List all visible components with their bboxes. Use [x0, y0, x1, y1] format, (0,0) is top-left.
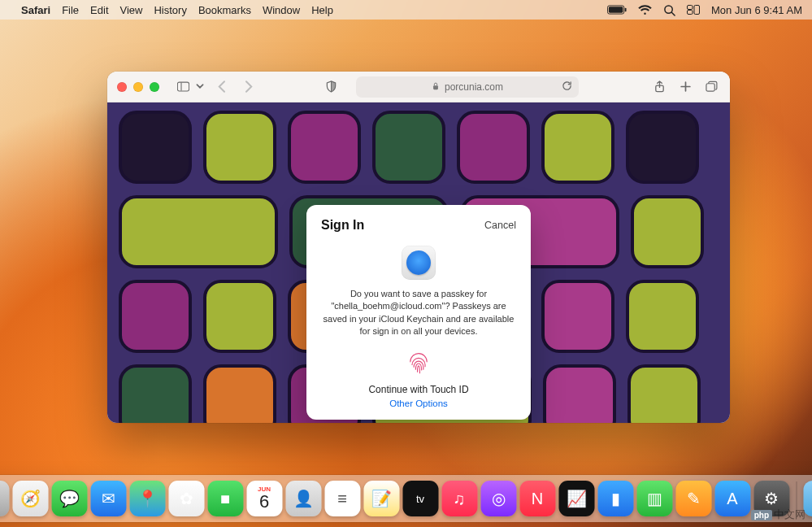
dock-app-launchpad[interactable]: ▦: [0, 481, 9, 516]
menu-history[interactable]: History: [154, 4, 186, 16]
dialog-message: Do you want to save a passkey for "chell…: [323, 288, 515, 338]
dock-app-maps[interactable]: 📍: [129, 481, 165, 516]
menubar-clock[interactable]: Mon Jun 6 9:41 AM: [711, 4, 802, 16]
dock-app-numbers[interactable]: ▥: [636, 481, 672, 516]
passkey-dialog: Sign In Cancel Do you want to save a pas…: [306, 205, 531, 420]
tab-group-chevron-icon[interactable]: [195, 78, 205, 96]
svg-rect-6: [694, 6, 700, 15]
dock-app-calendar[interactable]: JUN6: [246, 481, 282, 516]
other-options-link[interactable]: Other Options: [321, 399, 516, 408]
back-button[interactable]: [213, 78, 231, 96]
minimize-button[interactable]: [133, 82, 143, 92]
dock-app-news[interactable]: N: [519, 481, 555, 516]
wifi-icon[interactable]: [638, 5, 652, 15]
reload-icon[interactable]: [562, 81, 572, 94]
cancel-button[interactable]: Cancel: [484, 220, 516, 231]
svg-rect-7: [687, 11, 693, 15]
dock-app-keynote[interactable]: ▮: [597, 481, 633, 516]
fullscreen-button[interactable]: [150, 82, 159, 92]
page-content: Sign In Cancel Do you want to save a pas…: [107, 102, 730, 423]
dock-app-stocks[interactable]: 📈: [558, 481, 594, 516]
dock-app-music[interactable]: ♫: [441, 481, 477, 516]
dock-app-pages[interactable]: ✎: [675, 481, 711, 516]
dock-app-mail[interactable]: ✉: [90, 481, 126, 516]
svg-rect-10: [433, 85, 438, 89]
menu-view[interactable]: View: [120, 4, 143, 16]
spotlight-icon[interactable]: [663, 4, 675, 16]
safari-app-icon: [402, 246, 436, 280]
dock-app-appstore[interactable]: A: [714, 481, 750, 516]
svg-rect-1: [609, 7, 623, 12]
address-text: porcunia.com: [445, 81, 503, 93]
dock-app-facetime[interactable]: ■: [207, 481, 243, 516]
dock-app-reminders[interactable]: ≡: [324, 481, 360, 516]
touch-id-icon[interactable]: [403, 348, 434, 379]
privacy-shield-icon[interactable]: [322, 78, 340, 96]
dock-app-messages[interactable]: 💬: [51, 481, 87, 516]
menubar-app-name[interactable]: Safari: [21, 4, 50, 16]
safari-toolbar: porcunia.com: [107, 72, 730, 102]
dock: ☻▦🧭💬✉📍✿■JUN6👤≡📝tv♫◎N📈▮▥✎A⚙▾🗑: [0, 475, 812, 522]
watermark: php中文网: [751, 507, 805, 522]
tab-overview-icon[interactable]: [702, 78, 720, 96]
menu-file[interactable]: File: [62, 4, 79, 16]
menu-help[interactable]: Help: [311, 4, 333, 16]
dock-app-tv[interactable]: tv: [402, 481, 438, 516]
dock-app-safari[interactable]: 🧭: [12, 481, 48, 516]
dock-app-notes[interactable]: 📝: [363, 481, 399, 516]
address-bar[interactable]: porcunia.com: [356, 76, 579, 98]
close-button[interactable]: [117, 82, 127, 92]
new-tab-icon[interactable]: [676, 78, 694, 96]
svg-rect-8: [177, 82, 189, 91]
menu-window[interactable]: Window: [263, 4, 300, 16]
safari-window: porcunia.com: [107, 72, 730, 423]
lock-icon: [432, 81, 440, 93]
svg-rect-12: [706, 84, 714, 91]
svg-rect-2: [625, 8, 627, 12]
window-controls: [117, 82, 159, 92]
forward-button[interactable]: [239, 78, 257, 96]
sidebar-toggle-icon[interactable]: [174, 78, 192, 96]
dock-app-photos[interactable]: ✿: [168, 481, 204, 516]
menubar: Safari File Edit View History Bookmarks …: [0, 0, 812, 20]
dock-app-contacts[interactable]: 👤: [285, 481, 321, 516]
menu-bookmarks[interactable]: Bookmarks: [198, 4, 251, 16]
dock-app-podcasts[interactable]: ◎: [480, 481, 516, 516]
control-center-icon[interactable]: [687, 5, 700, 15]
svg-line-4: [671, 12, 675, 15]
continue-touch-id-label: Continue with Touch ID: [321, 384, 516, 395]
svg-rect-5: [687, 6, 693, 10]
menu-edit[interactable]: Edit: [90, 4, 108, 16]
dialog-title: Sign In: [321, 218, 364, 233]
share-icon[interactable]: [650, 78, 668, 96]
battery-icon[interactable]: [607, 5, 627, 15]
